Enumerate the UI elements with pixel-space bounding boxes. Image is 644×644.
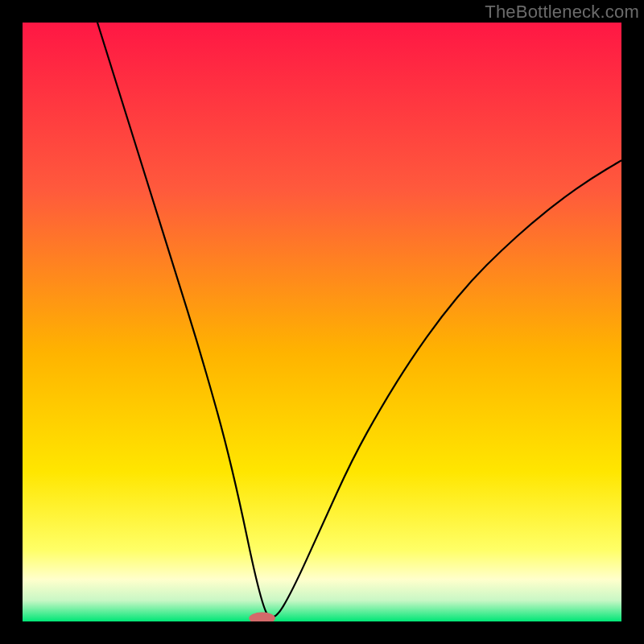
- chart-svg: [23, 23, 621, 621]
- plot-area: [23, 23, 621, 621]
- chart-frame: TheBottleneck.com: [0, 0, 644, 644]
- gradient-background: [23, 23, 621, 621]
- watermark-text: TheBottleneck.com: [485, 2, 639, 23]
